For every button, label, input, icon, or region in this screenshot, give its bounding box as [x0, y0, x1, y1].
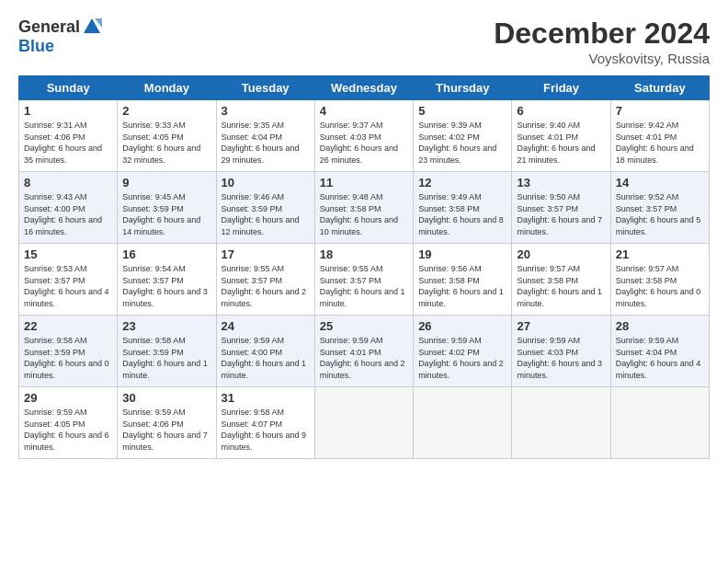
- table-row: 13Sunrise: 9:50 AMSunset: 3:57 PMDayligh…: [512, 172, 610, 244]
- day-info: Sunrise: 9:59 AMSunset: 4:04 PMDaylight:…: [616, 335, 704, 381]
- day-info: Sunrise: 9:37 AMSunset: 4:03 PMDaylight:…: [320, 120, 408, 166]
- day-number: 24: [222, 319, 310, 333]
- table-row: [414, 387, 512, 459]
- day-info: Sunrise: 9:55 AMSunset: 3:57 PMDaylight:…: [222, 263, 310, 309]
- logo-general-text: General: [18, 17, 80, 37]
- day-number: 29: [24, 391, 112, 405]
- calendar-week-5: 29Sunrise: 9:59 AMSunset: 4:05 PMDayligh…: [19, 387, 710, 459]
- header: General Blue December 2024 Voyskovitsy, …: [18, 17, 710, 66]
- calendar: Sunday Monday Tuesday Wednesday Thursday…: [18, 75, 710, 459]
- day-number: 8: [24, 176, 112, 190]
- table-row: 4Sunrise: 9:37 AMSunset: 4:03 PMDaylight…: [314, 100, 413, 172]
- day-info: Sunrise: 9:39 AMSunset: 4:02 PMDaylight:…: [418, 120, 506, 166]
- day-info: Sunrise: 9:31 AMSunset: 4:06 PMDaylight:…: [24, 120, 112, 166]
- table-row: 15Sunrise: 9:53 AMSunset: 3:57 PMDayligh…: [19, 244, 118, 316]
- col-friday: Friday: [512, 76, 610, 100]
- day-number: 31: [222, 391, 310, 405]
- day-info: Sunrise: 9:59 AMSunset: 4:05 PMDaylight:…: [24, 407, 112, 453]
- day-info: Sunrise: 9:35 AMSunset: 4:04 PMDaylight:…: [222, 120, 310, 166]
- table-row: 27Sunrise: 9:59 AMSunset: 4:03 PMDayligh…: [512, 316, 610, 387]
- day-number: 27: [517, 319, 605, 333]
- day-number: 2: [122, 104, 210, 118]
- day-number: 14: [616, 176, 704, 190]
- location: Voyskovitsy, Russia: [494, 51, 710, 66]
- day-number: 4: [320, 104, 408, 118]
- table-row: 2Sunrise: 9:33 AMSunset: 4:05 PMDaylight…: [118, 100, 216, 172]
- day-info: Sunrise: 9:59 AMSunset: 4:02 PMDaylight:…: [418, 335, 506, 381]
- table-row: 28Sunrise: 9:59 AMSunset: 4:04 PMDayligh…: [610, 316, 709, 387]
- col-monday: Monday: [118, 76, 216, 100]
- table-row: 7Sunrise: 9:42 AMSunset: 4:01 PMDaylight…: [610, 100, 709, 172]
- table-row: 14Sunrise: 9:52 AMSunset: 3:57 PMDayligh…: [610, 172, 709, 244]
- col-saturday: Saturday: [610, 76, 709, 100]
- table-row: 9Sunrise: 9:45 AMSunset: 3:59 PMDaylight…: [118, 172, 216, 244]
- table-row: 19Sunrise: 9:56 AMSunset: 3:58 PMDayligh…: [414, 244, 512, 316]
- month-title: December 2024: [494, 17, 710, 51]
- table-row: 22Sunrise: 9:58 AMSunset: 3:59 PMDayligh…: [19, 316, 118, 387]
- day-number: 22: [24, 319, 112, 333]
- day-info: Sunrise: 9:58 AMSunset: 3:59 PMDaylight:…: [24, 335, 112, 381]
- day-number: 1: [24, 104, 112, 118]
- day-number: 3: [222, 104, 310, 118]
- day-number: 7: [616, 104, 704, 118]
- logo: General Blue: [18, 17, 102, 56]
- day-info: Sunrise: 9:59 AMSunset: 4:03 PMDaylight:…: [517, 335, 605, 381]
- table-row: 10Sunrise: 9:46 AMSunset: 3:59 PMDayligh…: [216, 172, 314, 244]
- logo-blue-text: Blue: [18, 37, 54, 56]
- calendar-header-row: Sunday Monday Tuesday Wednesday Thursday…: [19, 76, 710, 100]
- day-info: Sunrise: 9:43 AMSunset: 4:00 PMDaylight:…: [24, 191, 112, 237]
- table-row: 1Sunrise: 9:31 AMSunset: 4:06 PMDaylight…: [19, 100, 118, 172]
- day-info: Sunrise: 9:55 AMSunset: 3:57 PMDaylight:…: [320, 263, 408, 309]
- day-number: 6: [517, 104, 605, 118]
- day-number: 10: [222, 176, 310, 190]
- table-row: 26Sunrise: 9:59 AMSunset: 4:02 PMDayligh…: [414, 316, 512, 387]
- table-row: 5Sunrise: 9:39 AMSunset: 4:02 PMDaylight…: [414, 100, 512, 172]
- day-info: Sunrise: 9:53 AMSunset: 3:57 PMDaylight:…: [24, 263, 112, 309]
- calendar-week-4: 22Sunrise: 9:58 AMSunset: 3:59 PMDayligh…: [19, 316, 710, 387]
- day-info: Sunrise: 9:59 AMSunset: 4:01 PMDaylight:…: [320, 335, 408, 381]
- day-number: 19: [418, 247, 506, 261]
- table-row: 6Sunrise: 9:40 AMSunset: 4:01 PMDaylight…: [512, 100, 610, 172]
- day-info: Sunrise: 9:54 AMSunset: 3:57 PMDaylight:…: [122, 263, 210, 309]
- table-row: [314, 387, 413, 459]
- day-info: Sunrise: 9:57 AMSunset: 3:58 PMDaylight:…: [517, 263, 605, 309]
- day-info: Sunrise: 9:57 AMSunset: 3:58 PMDaylight:…: [616, 263, 704, 309]
- day-info: Sunrise: 9:42 AMSunset: 4:01 PMDaylight:…: [616, 120, 704, 166]
- day-info: Sunrise: 9:59 AMSunset: 4:00 PMDaylight:…: [222, 335, 310, 381]
- day-number: 25: [320, 319, 408, 333]
- table-row: 16Sunrise: 9:54 AMSunset: 3:57 PMDayligh…: [118, 244, 216, 316]
- calendar-week-3: 15Sunrise: 9:53 AMSunset: 3:57 PMDayligh…: [19, 244, 710, 316]
- day-number: 11: [320, 176, 408, 190]
- page: General Blue December 2024 Voyskovitsy, …: [0, 0, 728, 563]
- day-info: Sunrise: 9:49 AMSunset: 3:58 PMDaylight:…: [418, 191, 506, 237]
- day-number: 17: [222, 247, 310, 261]
- table-row: 24Sunrise: 9:59 AMSunset: 4:00 PMDayligh…: [216, 316, 314, 387]
- logo-icon: [82, 17, 102, 37]
- table-row: 31Sunrise: 9:58 AMSunset: 4:07 PMDayligh…: [216, 387, 314, 459]
- table-row: 17Sunrise: 9:55 AMSunset: 3:57 PMDayligh…: [216, 244, 314, 316]
- col-tuesday: Tuesday: [216, 76, 314, 100]
- calendar-week-1: 1Sunrise: 9:31 AMSunset: 4:06 PMDaylight…: [19, 100, 710, 172]
- col-wednesday: Wednesday: [314, 76, 413, 100]
- day-number: 21: [616, 247, 704, 261]
- day-info: Sunrise: 9:50 AMSunset: 3:57 PMDaylight:…: [517, 191, 605, 237]
- title-block: December 2024 Voyskovitsy, Russia: [494, 17, 710, 66]
- day-info: Sunrise: 9:58 AMSunset: 3:59 PMDaylight:…: [122, 335, 210, 381]
- day-info: Sunrise: 9:46 AMSunset: 3:59 PMDaylight:…: [222, 191, 310, 237]
- table-row: 18Sunrise: 9:55 AMSunset: 3:57 PMDayligh…: [314, 244, 413, 316]
- day-number: 28: [616, 319, 704, 333]
- table-row: 21Sunrise: 9:57 AMSunset: 3:58 PMDayligh…: [610, 244, 709, 316]
- day-number: 16: [122, 247, 210, 261]
- day-number: 18: [320, 247, 408, 261]
- day-info: Sunrise: 9:40 AMSunset: 4:01 PMDaylight:…: [517, 120, 605, 166]
- day-info: Sunrise: 9:56 AMSunset: 3:58 PMDaylight:…: [418, 263, 506, 309]
- day-number: 20: [517, 247, 605, 261]
- col-thursday: Thursday: [414, 76, 512, 100]
- day-number: 15: [24, 247, 112, 261]
- day-number: 5: [418, 104, 506, 118]
- day-number: 26: [418, 319, 506, 333]
- day-number: 13: [517, 176, 605, 190]
- day-info: Sunrise: 9:33 AMSunset: 4:05 PMDaylight:…: [122, 120, 210, 166]
- table-row: 11Sunrise: 9:48 AMSunset: 3:58 PMDayligh…: [314, 172, 413, 244]
- day-number: 9: [122, 176, 210, 190]
